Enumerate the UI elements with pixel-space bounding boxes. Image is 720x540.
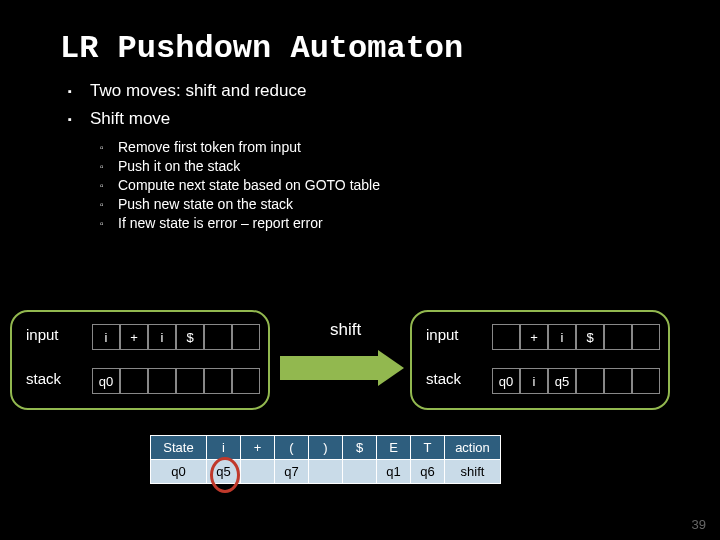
- tape-cell: q0: [492, 368, 520, 394]
- tape-cell-empty: [148, 368, 176, 394]
- table-header-row: State i + ( ) $ E T action: [151, 436, 501, 460]
- table-header: T: [411, 436, 445, 460]
- stack-label: stack: [426, 370, 461, 387]
- slide-title: LR Pushdown Automaton: [0, 0, 720, 67]
- tape-cell: i: [548, 324, 576, 350]
- table-cell: [343, 460, 377, 484]
- tape-cell: i: [148, 324, 176, 350]
- table-cell: q1: [377, 460, 411, 484]
- input-tape-left: i + i $: [92, 324, 260, 350]
- tape-cell: q0: [92, 368, 120, 394]
- tape-cell: +: [520, 324, 548, 350]
- tape-cell-empty: [632, 368, 660, 394]
- tape-cell-empty: [204, 324, 232, 350]
- tape-cell-empty: [632, 324, 660, 350]
- tape-cell-empty: [232, 368, 260, 394]
- table-cell: [241, 460, 275, 484]
- table-header: $: [343, 436, 377, 460]
- bullet-content: Two moves: shift and reduce Shift move R…: [0, 67, 720, 231]
- table-cell: q7: [275, 460, 309, 484]
- stack-tape-right: q0 i q5: [492, 368, 660, 394]
- table-header: +: [241, 436, 275, 460]
- page-number: 39: [692, 517, 706, 532]
- table-row: q0 q5 q7 q1 q6 shift: [151, 460, 501, 484]
- stack-tape-left: q0: [92, 368, 260, 394]
- bullet-item: Shift move: [90, 109, 720, 129]
- table-header: ): [309, 436, 343, 460]
- tape-cell: $: [576, 324, 604, 350]
- tape-cell: i: [92, 324, 120, 350]
- tape-cell: $: [176, 324, 204, 350]
- tape-cell-empty: [176, 368, 204, 394]
- table-header: action: [445, 436, 501, 460]
- tape-cell-empty: [204, 368, 232, 394]
- input-tape-right: + i $: [492, 324, 660, 350]
- table-header: State: [151, 436, 207, 460]
- tape-cell: +: [120, 324, 148, 350]
- tape-cell: i: [520, 368, 548, 394]
- sub-bullet-item: Remove first token from input: [118, 139, 720, 155]
- table-cell: q6: [411, 460, 445, 484]
- table-header: (: [275, 436, 309, 460]
- tape-cell-empty: [604, 324, 632, 350]
- highlight-circle-icon: [210, 457, 240, 493]
- tape-cell-empty: [604, 368, 632, 394]
- stack-label: stack: [26, 370, 61, 387]
- right-state-box: input + i $ stack q0 i q5: [410, 310, 670, 410]
- tape-cell-empty: [120, 368, 148, 394]
- tape-cell-empty: [576, 368, 604, 394]
- table-cell: q0: [151, 460, 207, 484]
- input-label: input: [426, 326, 459, 343]
- sub-bullet-item: Push new state on the stack: [118, 196, 720, 212]
- sub-bullet-item: Compute next state based on GOTO table: [118, 177, 720, 193]
- shift-label: shift: [330, 320, 361, 340]
- sub-bullet-item: If new state is error – report error: [118, 215, 720, 231]
- table-cell: shift: [445, 460, 501, 484]
- tape-cell-empty: [232, 324, 260, 350]
- table-header: E: [377, 436, 411, 460]
- bullet-item: Two moves: shift and reduce: [90, 81, 720, 101]
- tape-cell-empty: [492, 324, 520, 350]
- parse-table: State i + ( ) $ E T action q0 q5 q7 q1 q…: [150, 435, 501, 484]
- input-label: input: [26, 326, 59, 343]
- tape-cell: q5: [548, 368, 576, 394]
- sub-bullet-item: Push it on the stack: [118, 158, 720, 174]
- left-state-box: input i + i $ stack q0: [10, 310, 270, 410]
- table-header: i: [207, 436, 241, 460]
- table-cell: [309, 460, 343, 484]
